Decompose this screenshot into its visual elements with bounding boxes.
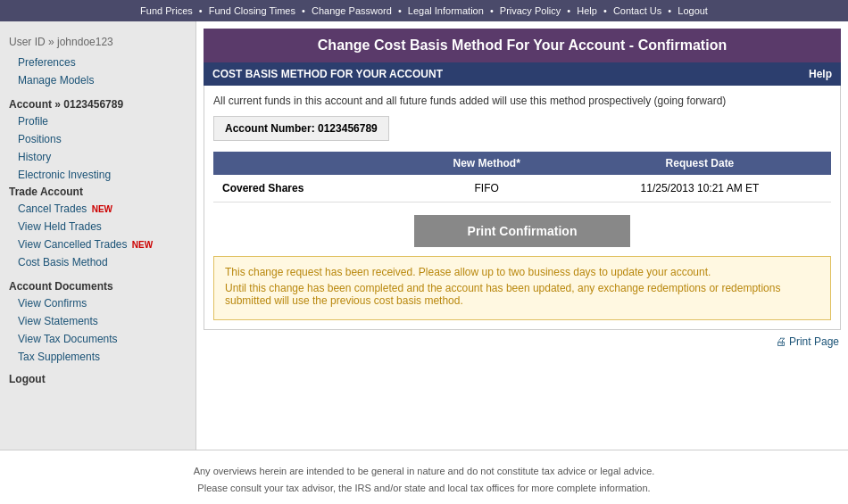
sidebar-item-cost-basis-method[interactable]: Cost Basis Method [0, 253, 195, 271]
sidebar-item-profile[interactable]: Profile [0, 112, 195, 130]
col-header-request-date: Request Date [569, 152, 831, 175]
top-navigation: Fund Prices • Fund Closing Times • Chang… [0, 0, 848, 21]
table-row: Covered Shares FIFO 11/25/2013 10:21 AM … [213, 175, 831, 202]
section-bar-help[interactable]: Help [809, 68, 832, 80]
nav-fund-closing-times[interactable]: Fund Closing Times [209, 5, 295, 16]
user-id-label: User ID [9, 36, 46, 48]
nav-legal-information[interactable]: Legal Information [408, 5, 484, 16]
row-name: Covered Shares [213, 175, 404, 202]
sidebar-item-view-statements[interactable]: View Statements [0, 312, 195, 330]
nav-help[interactable]: Help [577, 5, 597, 16]
sidebar-item-view-confirms[interactable]: View Confirms [0, 294, 195, 312]
footer-disclaimer: Any overviews herein are intended to be … [9, 463, 839, 496]
sidebar-logout[interactable]: Logout [0, 366, 195, 392]
notice-line2: Until this change has been completed and… [225, 282, 819, 307]
section-bar-label: COST BASIS METHOD FOR YOUR ACCOUNT [212, 68, 443, 80]
sidebar-item-view-cancelled-trades[interactable]: View Cancelled Trades NEW [0, 235, 195, 253]
nav-fund-prices[interactable]: Fund Prices [140, 5, 193, 16]
sidebar-item-history[interactable]: History [0, 148, 195, 166]
account-number-label: Account Number: [225, 122, 315, 135]
row-date: 11/25/2013 10:21 AM ET [569, 175, 831, 202]
main-layout: User ID » johndoe123 Preferences Manage … [0, 21, 848, 450]
sidebar-item-manage-models[interactable]: Manage Models [0, 71, 195, 89]
nav-privacy-policy[interactable]: Privacy Policy [500, 5, 561, 16]
user-id-display: User ID » johndoe123 [0, 30, 195, 54]
print-btn-container: Print Confirmation [213, 215, 831, 247]
description-text: All current funds in this account and al… [213, 95, 831, 107]
sidebar-item-electronic-investing[interactable]: Electronic Investing [0, 166, 195, 184]
nav-logout[interactable]: Logout [678, 5, 708, 16]
sidebar: User ID » johndoe123 Preferences Manage … [0, 21, 196, 450]
sidebar-item-tax-supplements[interactable]: Tax Supplements [0, 348, 195, 366]
sidebar-item-cancel-trades[interactable]: Cancel Trades NEW [0, 200, 195, 218]
cost-basis-table: New Method* Request Date Covered Shares … [213, 152, 831, 202]
sidebar-item-view-tax-documents[interactable]: View Tax Documents [0, 330, 195, 348]
sidebar-account-section: Account » 0123456789 [0, 93, 195, 112]
notice-box: This change request has been received. P… [213, 256, 831, 320]
notice-line1: This change request has been received. P… [225, 266, 819, 278]
account-number-value: 0123456789 [318, 122, 378, 135]
new-badge-cancel-trades: NEW [92, 204, 112, 214]
main-content: Change Cost Basis Method For Your Accoun… [196, 21, 848, 450]
col-header-new-method: New Method* [404, 152, 569, 175]
col-header-name [213, 152, 404, 175]
username: johndoe123 [57, 36, 113, 48]
sidebar-item-positions[interactable]: Positions [0, 130, 195, 148]
print-page-label: Print Page [789, 335, 839, 348]
sidebar-item-preferences[interactable]: Preferences [0, 54, 195, 71]
section-bar: COST BASIS METHOD FOR YOUR ACCOUNT Help [204, 62, 841, 86]
print-confirmation-button[interactable]: Print Confirmation [414, 215, 631, 247]
sidebar-documents-section: Account Documents [0, 275, 195, 294]
footer-disclaimer-line1: Any overviews herein are intended to be … [9, 463, 839, 480]
sidebar-trade-account-label: Trade Account [0, 184, 195, 200]
footer: Any overviews herein are intended to be … [0, 450, 848, 504]
nav-change-password[interactable]: Change Password [312, 5, 392, 16]
page-title: Change Cost Basis Method For Your Accoun… [204, 29, 841, 62]
print-page-link[interactable]: 🖨 Print Page [196, 330, 848, 353]
content-body: All current funds in this account and al… [204, 86, 841, 330]
nav-contact-us[interactable]: Contact Us [613, 5, 661, 16]
row-method: FIFO [404, 175, 569, 202]
sidebar-item-view-held-trades[interactable]: View Held Trades [0, 218, 195, 235]
account-number-display: Account Number: 0123456789 [213, 116, 389, 141]
footer-disclaimer-line2: Please consult your tax advisor, the IRS… [9, 480, 839, 497]
printer-icon: 🖨 [776, 335, 786, 348]
new-badge-cancelled-trades: NEW [132, 240, 153, 250]
